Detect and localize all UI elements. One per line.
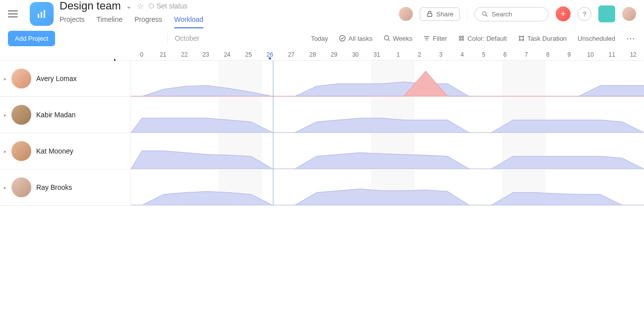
date-header: 02122232425262728293031123456789101112 [0,49,644,61]
user-avatar[interactable] [11,141,31,161]
user-row: ▸Kabir Madan [0,97,644,133]
date-cell: 4 [451,51,473,58]
date-cell: 29 [323,51,345,58]
date-cell: 9 [559,51,580,58]
expand-caret-icon[interactable]: ▸ [4,112,6,118]
svg-point-14 [459,39,461,41]
user-avatar[interactable] [11,177,31,197]
date-cell: 31 [366,51,387,58]
user-avatar[interactable] [622,7,636,21]
date-cell: 28 [302,51,323,58]
color-button[interactable]: Color: Default [458,35,507,42]
date-cell: 27 [281,51,302,58]
divider [167,33,168,43]
check-circle-icon [339,35,346,42]
date-cell: 26 [259,51,280,58]
all-tasks-filter[interactable]: All tasks [339,35,372,42]
today-indicator-line [273,61,273,206]
tab-projects[interactable]: Projects [60,15,85,28]
user-row: ▸Ray Brooks [0,169,644,206]
svg-point-12 [459,36,461,38]
tab-timeline[interactable]: Timeline [97,15,123,28]
more-actions-button[interactable]: ⋯ [626,33,636,44]
grid-icon [518,35,525,42]
global-add-button[interactable]: + [556,6,571,21]
tab-progress[interactable]: Progress [134,15,162,28]
date-cell: 21 [152,51,174,58]
divider [467,8,467,20]
share-button[interactable]: Share [420,7,460,21]
date-cell: 22 [174,51,195,58]
date-cell: 10 [580,51,601,58]
expand-caret-icon[interactable]: ▸ [4,76,6,81]
search-input[interactable] [492,10,541,18]
date-cell: 25 [238,51,259,58]
svg-point-7 [385,36,389,40]
title-dropdown-icon[interactable]: ⌄ [126,2,132,10]
palette-icon [458,35,465,42]
search-box[interactable] [474,7,549,21]
workload-chart [131,61,644,96]
workload-chart [131,133,644,169]
user-row: ▸Kat Mooney [0,133,644,169]
user-name: Avery Lomax [36,75,76,82]
user-name: Kat Mooney [36,147,73,155]
svg-point-4 [483,12,487,16]
svg-point-15 [462,39,464,41]
user-name: Kabir Madan [36,111,75,119]
user-avatar[interactable] [11,69,31,88]
share-label: Share [436,10,453,18]
date-cell: 11 [601,51,623,58]
zoom-icon [384,35,390,42]
svg-line-8 [388,40,389,41]
svg-point-13 [462,36,464,38]
project-icon [30,2,54,26]
date-cell: 8 [537,51,558,58]
svg-rect-2 [44,10,45,18]
filter-icon [423,35,430,42]
help-button[interactable]: ? [578,7,591,21]
expand-caret-icon[interactable]: ▸ [4,149,6,154]
member-avatar[interactable] [399,7,413,21]
page-title: Design team [60,0,121,12]
today-button[interactable]: Today [311,35,328,42]
user-row: ▸Avery Lomax [0,61,644,97]
favorite-star-icon[interactable]: ☆ [137,1,144,11]
date-cell: 3 [430,51,451,58]
date-cell: 0 [131,51,152,58]
svg-rect-1 [41,12,42,18]
month-label: October [175,34,199,42]
svg-rect-0 [38,14,39,18]
unscheduled-button[interactable]: Unscheduled [578,35,615,42]
hamburger-menu-icon[interactable] [8,10,18,17]
tab-workload[interactable]: Workload [174,15,203,28]
zoom-weeks-button[interactable]: Weeks [384,35,413,42]
date-cell: 1 [387,51,409,58]
user-name: Ray Brooks [36,183,72,191]
date-cell: 30 [345,51,366,58]
svg-line-5 [486,15,487,16]
workload-chart [131,169,644,205]
date-cell: 2 [409,51,430,58]
expand-caret-icon[interactable]: ▸ [4,185,6,190]
search-icon [482,10,488,17]
workload-chart [131,97,644,133]
task-duration-button[interactable]: Task Duration [518,35,567,42]
date-cell: 24 [216,51,238,58]
date-cell: 5 [473,51,494,58]
user-avatar[interactable] [11,105,31,125]
status-label: Set status [157,2,188,10]
set-status-button[interactable]: Set status [149,2,188,10]
lock-icon [426,10,433,17]
date-cell: 23 [195,51,216,58]
date-cell: 12 [623,51,644,58]
filter-button[interactable]: Filter [423,35,447,42]
date-cell: 6 [494,51,515,58]
date-cell: 7 [515,51,537,58]
add-project-button[interactable]: Add Project [8,31,55,46]
svg-rect-3 [428,13,432,16]
workspace-tile[interactable] [598,5,615,22]
